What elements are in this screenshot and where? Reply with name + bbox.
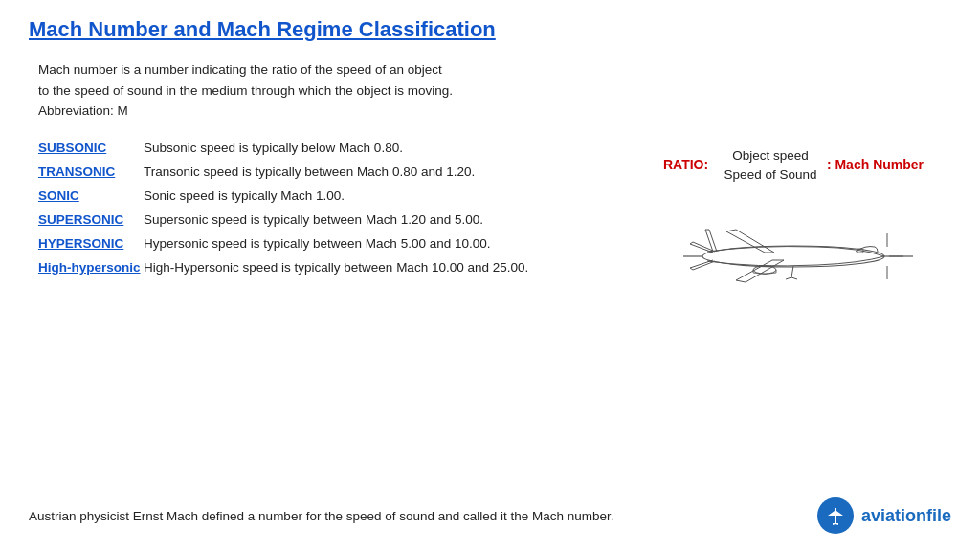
plane-icon <box>825 505 846 526</box>
regime-row-high-hypersonic: High-hypersonicHigh-Hypersonic speed is … <box>38 260 645 275</box>
regime-row-supersonic: SUPERSONICSupersonic speed is typically … <box>38 212 645 227</box>
regime-desc-high-hypersonic: High-Hypersonic speed is typically betwe… <box>144 260 528 275</box>
regime-label-supersonic: SUPERSONIC <box>38 212 144 227</box>
svg-line-7 <box>786 277 791 279</box>
right-panel: RATIO: Object speed Speed of Sound : Mac… <box>645 141 951 300</box>
footer-text: Austrian physicist Ernst Mach defined a … <box>29 509 614 523</box>
svg-point-1 <box>753 266 776 274</box>
regimes-list: SUBSONICSubsonic speed is typically belo… <box>29 141 645 300</box>
brand-name: aviationfile <box>861 506 951 526</box>
ratio-prefix: RATIO: <box>663 157 708 172</box>
svg-line-6 <box>791 266 793 277</box>
brand-icon <box>817 497 854 534</box>
ratio-box: RATIO: Object speed Speed of Sound : Mac… <box>663 148 924 182</box>
regime-desc-hypersonic: Hypersonic speed is typically between Ma… <box>144 236 490 251</box>
regime-row-transonic: TRANSONICTransonic speed is typically be… <box>38 165 645 179</box>
ratio-suffix: : Mach Number <box>827 157 924 172</box>
ratio-fraction: Object speed Speed of Sound <box>724 148 817 182</box>
regime-label-subsonic: SUBSONIC <box>38 141 144 155</box>
regime-label-hypersonic: HYPERSONIC <box>38 236 144 251</box>
brand: aviationfile <box>817 497 951 534</box>
svg-line-8 <box>791 277 797 279</box>
regime-label-high-hypersonic: High-hypersonic <box>38 260 144 275</box>
regime-desc-subsonic: Subsonic speed is typically below Mach 0… <box>144 141 403 155</box>
regime-desc-sonic: Sonic speed is typically Mach 1.00. <box>144 188 345 203</box>
regime-desc-transonic: Transonic speed is typically between Mac… <box>144 165 475 179</box>
regime-desc-supersonic: Supersonic speed is typically between Ma… <box>144 212 483 227</box>
airplane-container <box>669 210 918 300</box>
ratio-denominator: Speed of Sound <box>724 165 817 182</box>
page-title: Mach Number and Mach Regime Classificati… <box>29 17 951 42</box>
regime-label-transonic: TRANSONIC <box>38 165 144 179</box>
regime-row-subsonic: SUBSONICSubsonic speed is typically belo… <box>38 141 645 155</box>
intro-text: Mach number is a number indicating the r… <box>38 59 951 121</box>
footer: Austrian physicist Ernst Mach defined a … <box>29 497 951 534</box>
airplane-illustration <box>669 210 918 297</box>
ratio-numerator: Object speed <box>728 148 813 165</box>
regime-label-sonic: SONIC <box>38 188 144 203</box>
regime-row-sonic: SONICSonic speed is typically Mach 1.00. <box>38 188 645 203</box>
regime-row-hypersonic: HYPERSONICHypersonic speed is typically … <box>38 236 645 251</box>
